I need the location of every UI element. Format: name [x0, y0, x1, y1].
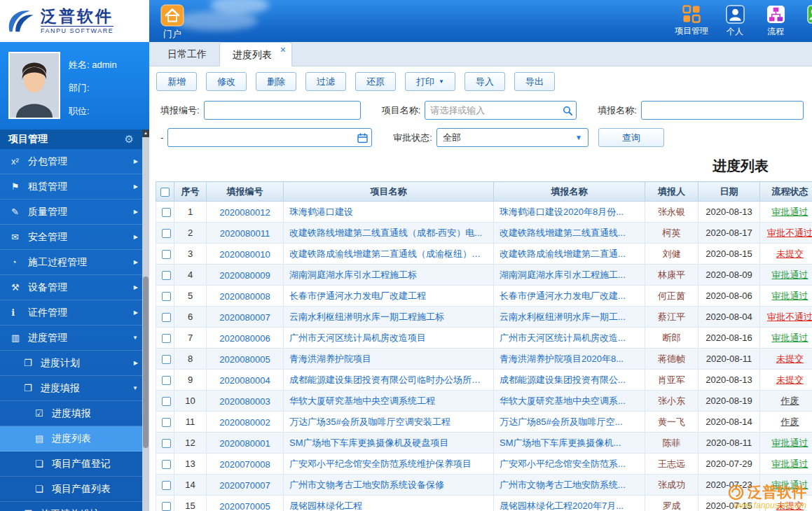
gear-icon[interactable]: ⚙: [125, 133, 134, 146]
report-name-link[interactable]: 成都能源建设集团投资有限公...: [500, 374, 626, 386]
report-no-link[interactable]: 2020080006: [219, 333, 270, 344]
project-name-link[interactable]: 华软大厦研究基地中央空调系统工程: [289, 395, 435, 407]
report-name-link[interactable]: 广州市文物考古工地安防系统...: [500, 479, 626, 491]
status-link[interactable]: 未提交: [776, 500, 804, 511]
modify-button[interactable]: 修改: [206, 72, 247, 91]
status-link[interactable]: 审批不通过: [767, 312, 812, 322]
select-all-checkbox[interactable]: [160, 188, 170, 197]
row-checkbox[interactable]: [162, 313, 171, 322]
project-name-link[interactable]: 广州市天河区统计局机房改造项目: [289, 332, 426, 344]
status-link[interactable]: 未提交: [776, 248, 804, 259]
query-button[interactable]: 查询: [598, 128, 664, 147]
report-name-link[interactable]: 云南水利枢纽潜明水库一期工...: [500, 311, 626, 323]
nav-hr[interactable]: 人: [802, 5, 812, 38]
status-link[interactable]: 作废: [781, 396, 799, 406]
row-checkbox[interactable]: [162, 418, 171, 427]
date-input[interactable]: [167, 128, 372, 147]
report-no-link[interactable]: 2020080011: [220, 228, 270, 239]
status-link[interactable]: 审批通过: [772, 438, 808, 448]
sidebar-item-subcontract[interactable]: x²分包管理▶: [0, 149, 149, 174]
row-checkbox[interactable]: [162, 271, 171, 280]
report-no-link[interactable]: 2020080010: [219, 249, 270, 260]
project-name-link[interactable]: 晟铭园林绿化工程: [289, 500, 362, 511]
project-name-link[interactable]: 成都能源建设集团投资有限公司临时办公场所装...: [289, 374, 488, 386]
row-checkbox[interactable]: [162, 502, 171, 511]
row-checkbox[interactable]: [162, 460, 171, 469]
sidebar-item-safety[interactable]: ✉安全管理▶: [0, 225, 149, 250]
row-checkbox[interactable]: [162, 292, 171, 301]
report-name-link[interactable]: 长春市伊通河水力发电厂改建...: [500, 290, 626, 302]
sidebar-scrollbar[interactable]: ▲: [142, 130, 149, 511]
sidebar-item-lease[interactable]: ⚑租赁管理▶: [0, 174, 149, 200]
project-name-link[interactable]: 云南水利枢纽潜明水库一期工程施工标: [289, 311, 444, 323]
scrollbar-thumb[interactable]: [143, 276, 149, 448]
report-name-link[interactable]: 广安邓小平纪念馆安全防范系...: [500, 458, 626, 470]
print-button[interactable]: 打印 ▼: [405, 72, 455, 91]
report-name-link[interactable]: 广州市天河区统计局机房改造...: [500, 332, 626, 344]
status-link[interactable]: 审批通过: [772, 270, 808, 280]
project-name-link[interactable]: 改建铁路线增建第二线直通线（成都-西安）电...: [289, 227, 482, 239]
report-name-link[interactable]: 晟铭园林绿化工程2020年7月...: [500, 500, 624, 511]
portal-button[interactable]: 门户: [157, 4, 188, 41]
status-link[interactable]: 未提交: [776, 374, 804, 385]
sidebar-item-progress-report-entry[interactable]: ☑进度填报: [0, 401, 149, 426]
project-name-link[interactable]: 长春市伊通河水力发电厂改建工程: [289, 290, 426, 302]
status-link[interactable]: 审批不通过: [767, 227, 812, 238]
report-no-input[interactable]: [204, 101, 361, 120]
status-link[interactable]: 作废: [781, 416, 799, 427]
sidebar-item-certificate[interactable]: ℹ证件管理▶: [0, 300, 149, 326]
delete-button[interactable]: 删除: [256, 72, 296, 91]
export-button[interactable]: 导出: [514, 72, 555, 91]
report-name-link[interactable]: SM广场地下车库更换摄像机...: [500, 437, 621, 449]
project-name-input[interactable]: [425, 101, 577, 120]
row-checkbox[interactable]: [162, 355, 171, 364]
report-name-link[interactable]: 万达广场85#会所及咖啡厅空...: [500, 416, 623, 428]
project-name-link[interactable]: SM广场地下车库更换摄像机及硬盘项目: [289, 437, 449, 449]
project-name-link[interactable]: 珠海鹤港口建设: [289, 206, 353, 218]
report-no-link[interactable]: 2020080005: [219, 354, 270, 365]
report-no-link[interactable]: 2020080008: [219, 291, 270, 302]
tab-daily-work[interactable]: 日常工作: [155, 42, 219, 66]
report-no-link[interactable]: 2020080012: [219, 207, 270, 218]
add-button[interactable]: 新增: [156, 72, 197, 91]
restore-button[interactable]: 还原: [355, 72, 396, 91]
project-name-link[interactable]: 广州市文物考古工地安防系统设备保修: [289, 479, 444, 491]
sidebar-item-construction-checklist[interactable]: ❐施工清单维护▶: [0, 502, 149, 511]
row-checkbox[interactable]: [162, 376, 171, 385]
report-name-link[interactable]: 改建铁路线增建第二线直通线...: [500, 227, 626, 239]
import-button[interactable]: 导入: [465, 72, 505, 91]
nav-personal[interactable]: 个人: [721, 5, 749, 38]
calendar-icon[interactable]: [357, 132, 368, 143]
report-name-link[interactable]: 改建铁路成渝线增建第二直通...: [500, 248, 626, 260]
project-name-link[interactable]: 青海洪湖养护院项目: [289, 353, 371, 365]
status-link[interactable]: 审批通过: [772, 479, 808, 490]
search-icon[interactable]: [563, 106, 572, 115]
approval-status-select[interactable]: 全部 ▼: [436, 128, 589, 147]
scroll-up-button[interactable]: ▲: [142, 130, 149, 137]
sidebar-item-quality[interactable]: ✎质量管理▶: [0, 200, 149, 225]
sidebar-item-progress-list[interactable]: ▤进度列表: [0, 426, 149, 451]
row-checkbox[interactable]: [162, 334, 171, 343]
tab-progress-list[interactable]: 进度列表 ×: [219, 42, 292, 66]
filter-button[interactable]: 过滤: [305, 72, 346, 91]
row-checkbox[interactable]: [162, 229, 171, 238]
report-no-link[interactable]: 2020070008: [219, 459, 270, 470]
report-no-link[interactable]: 2020070007: [219, 480, 270, 491]
nav-project-management[interactable]: 项目管理: [675, 5, 708, 37]
sidebar-item-progress[interactable]: ▥进度管理▼: [0, 326, 149, 351]
project-name-link[interactable]: 湖南洞庭湖水库引水工程施工标: [289, 269, 417, 281]
status-link[interactable]: 审批通过: [772, 290, 808, 301]
report-no-link[interactable]: 2020070005: [219, 501, 270, 511]
sidebar-item-equipment[interactable]: ⚒设备管理▶: [0, 275, 149, 300]
close-icon[interactable]: ×: [280, 45, 286, 55]
status-link[interactable]: 审批通过: [772, 332, 808, 343]
status-link[interactable]: 审批通过: [772, 458, 808, 469]
report-name-input[interactable]: [641, 101, 804, 120]
report-no-link[interactable]: 2020080001: [219, 438, 270, 449]
report-name-link[interactable]: 青海洪湖养护院项目2020年8...: [500, 353, 624, 365]
row-checkbox[interactable]: [162, 481, 171, 490]
report-name-link[interactable]: 湖南洞庭湖水库引水工程施工...: [500, 269, 626, 281]
report-no-link[interactable]: 2020080004: [219, 375, 270, 386]
report-no-link[interactable]: 2020080002: [219, 417, 270, 428]
sidebar-item-output-list[interactable]: ❏项目产值列表: [0, 477, 149, 502]
